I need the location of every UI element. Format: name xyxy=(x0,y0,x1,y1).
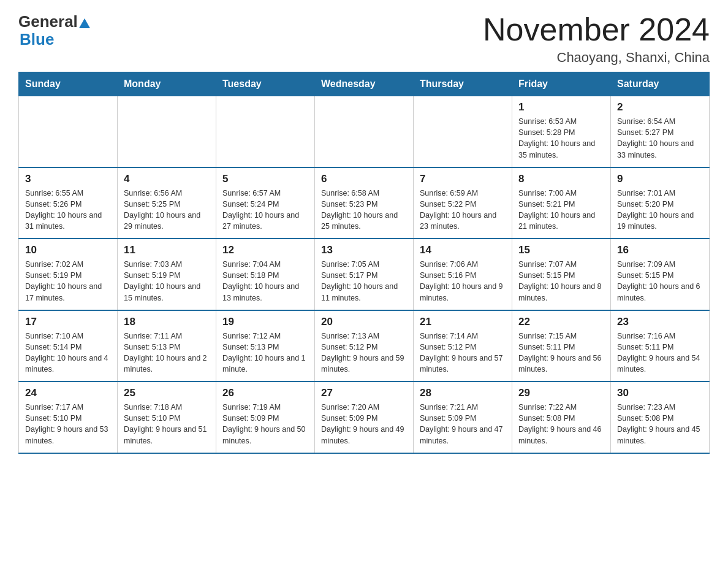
calendar-cell: 9Sunrise: 7:01 AM Sunset: 5:20 PM Daylig… xyxy=(611,167,710,239)
day-info: Sunrise: 7:06 AM Sunset: 5:16 PM Dayligh… xyxy=(420,259,506,304)
day-number: 17 xyxy=(25,316,111,328)
calendar-body: 1Sunrise: 6:53 AM Sunset: 5:28 PM Daylig… xyxy=(19,96,710,453)
day-number: 13 xyxy=(321,244,407,256)
calendar-cell: 28Sunrise: 7:21 AM Sunset: 5:09 PM Dayli… xyxy=(414,381,512,453)
calendar-week-1: 1Sunrise: 6:53 AM Sunset: 5:28 PM Daylig… xyxy=(19,96,710,167)
day-info: Sunrise: 6:56 AM Sunset: 5:25 PM Dayligh… xyxy=(124,188,210,232)
day-number: 6 xyxy=(321,173,407,185)
day-number: 2 xyxy=(617,101,703,113)
day-info: Sunrise: 7:16 AM Sunset: 5:11 PM Dayligh… xyxy=(617,331,703,375)
day-number: 11 xyxy=(124,244,210,256)
day-info: Sunrise: 7:10 AM Sunset: 5:14 PM Dayligh… xyxy=(25,331,111,375)
calendar-week-2: 3Sunrise: 6:55 AM Sunset: 5:26 PM Daylig… xyxy=(19,167,710,239)
day-info: Sunrise: 7:04 AM Sunset: 5:18 PM Dayligh… xyxy=(222,259,308,304)
header-day-tuesday: Tuesday xyxy=(216,72,315,96)
calendar-cell: 13Sunrise: 7:05 AM Sunset: 5:17 PM Dayli… xyxy=(315,239,414,310)
calendar-cell: 24Sunrise: 7:17 AM Sunset: 5:10 PM Dayli… xyxy=(19,381,118,453)
day-number: 28 xyxy=(420,387,506,399)
calendar-cell: 21Sunrise: 7:14 AM Sunset: 5:12 PM Dayli… xyxy=(414,310,512,382)
day-info: Sunrise: 7:02 AM Sunset: 5:19 PM Dayligh… xyxy=(25,259,111,304)
day-number: 14 xyxy=(420,244,506,256)
calendar-week-5: 24Sunrise: 7:17 AM Sunset: 5:10 PM Dayli… xyxy=(19,381,710,453)
day-number: 15 xyxy=(518,244,604,256)
day-number: 29 xyxy=(518,387,604,399)
calendar-cell: 1Sunrise: 6:53 AM Sunset: 5:28 PM Daylig… xyxy=(512,96,611,167)
day-info: Sunrise: 7:17 AM Sunset: 5:10 PM Dayligh… xyxy=(25,402,111,446)
day-info: Sunrise: 7:20 AM Sunset: 5:09 PM Dayligh… xyxy=(321,402,407,446)
day-number: 21 xyxy=(420,316,506,328)
day-number: 4 xyxy=(124,173,210,185)
calendar-cell: 6Sunrise: 6:58 AM Sunset: 5:23 PM Daylig… xyxy=(315,167,414,239)
day-info: Sunrise: 7:19 AM Sunset: 5:09 PM Dayligh… xyxy=(222,402,308,446)
calendar-cell: 12Sunrise: 7:04 AM Sunset: 5:18 PM Dayli… xyxy=(216,239,315,310)
day-info: Sunrise: 7:13 AM Sunset: 5:12 PM Dayligh… xyxy=(321,331,407,375)
day-number: 19 xyxy=(222,316,308,328)
day-number: 22 xyxy=(518,316,604,328)
day-info: Sunrise: 7:07 AM Sunset: 5:15 PM Dayligh… xyxy=(518,259,604,304)
title-section: November 2024 Chaoyang, Shanxi, China xyxy=(483,12,710,66)
day-number: 5 xyxy=(222,173,308,185)
calendar-cell: 25Sunrise: 7:18 AM Sunset: 5:10 PM Dayli… xyxy=(118,381,216,453)
day-number: 1 xyxy=(518,101,604,113)
day-info: Sunrise: 6:57 AM Sunset: 5:24 PM Dayligh… xyxy=(222,188,308,232)
header-day-friday: Friday xyxy=(512,72,611,96)
calendar-cell: 26Sunrise: 7:19 AM Sunset: 5:09 PM Dayli… xyxy=(216,381,315,453)
calendar-cell: 22Sunrise: 7:15 AM Sunset: 5:11 PM Dayli… xyxy=(512,310,611,382)
day-info: Sunrise: 6:59 AM Sunset: 5:22 PM Dayligh… xyxy=(420,188,506,232)
calendar-week-3: 10Sunrise: 7:02 AM Sunset: 5:19 PM Dayli… xyxy=(19,239,710,310)
logo: General Blue xyxy=(18,12,90,49)
calendar-cell: 4Sunrise: 6:56 AM Sunset: 5:25 PM Daylig… xyxy=(118,167,216,239)
calendar-cell: 19Sunrise: 7:12 AM Sunset: 5:13 PM Dayli… xyxy=(216,310,315,382)
day-info: Sunrise: 7:11 AM Sunset: 5:13 PM Dayligh… xyxy=(124,331,210,375)
calendar-cell: 5Sunrise: 6:57 AM Sunset: 5:24 PM Daylig… xyxy=(216,167,315,239)
month-title: November 2024 xyxy=(483,12,710,47)
day-info: Sunrise: 6:54 AM Sunset: 5:27 PM Dayligh… xyxy=(617,116,703,161)
calendar-cell xyxy=(118,96,216,167)
calendar-cell: 17Sunrise: 7:10 AM Sunset: 5:14 PM Dayli… xyxy=(19,310,118,382)
day-info: Sunrise: 7:15 AM Sunset: 5:11 PM Dayligh… xyxy=(518,331,604,375)
day-number: 25 xyxy=(124,387,210,399)
header-day-monday: Monday xyxy=(118,72,216,96)
calendar-cell: 11Sunrise: 7:03 AM Sunset: 5:19 PM Dayli… xyxy=(118,239,216,310)
day-info: Sunrise: 7:01 AM Sunset: 5:20 PM Dayligh… xyxy=(617,188,703,232)
header-row: SundayMondayTuesdayWednesdayThursdayFrid… xyxy=(19,72,710,96)
calendar-cell xyxy=(19,96,118,167)
day-number: 18 xyxy=(124,316,210,328)
day-number: 10 xyxy=(25,244,111,256)
calendar-cell: 3Sunrise: 6:55 AM Sunset: 5:26 PM Daylig… xyxy=(19,167,118,239)
header-day-thursday: Thursday xyxy=(414,72,512,96)
header-day-wednesday: Wednesday xyxy=(315,72,414,96)
calendar-header: SundayMondayTuesdayWednesdayThursdayFrid… xyxy=(19,72,710,96)
day-info: Sunrise: 7:21 AM Sunset: 5:09 PM Dayligh… xyxy=(420,402,506,446)
calendar-cell: 10Sunrise: 7:02 AM Sunset: 5:19 PM Dayli… xyxy=(19,239,118,310)
day-info: Sunrise: 7:12 AM Sunset: 5:13 PM Dayligh… xyxy=(222,331,308,375)
day-number: 26 xyxy=(222,387,308,399)
calendar-week-4: 17Sunrise: 7:10 AM Sunset: 5:14 PM Dayli… xyxy=(19,310,710,382)
calendar-cell: 2Sunrise: 6:54 AM Sunset: 5:27 PM Daylig… xyxy=(611,96,710,167)
calendar-cell: 30Sunrise: 7:23 AM Sunset: 5:08 PM Dayli… xyxy=(611,381,710,453)
day-number: 3 xyxy=(25,173,111,185)
day-info: Sunrise: 7:23 AM Sunset: 5:08 PM Dayligh… xyxy=(617,402,703,446)
calendar-cell: 29Sunrise: 7:22 AM Sunset: 5:08 PM Dayli… xyxy=(512,381,611,453)
day-info: Sunrise: 6:58 AM Sunset: 5:23 PM Dayligh… xyxy=(321,188,407,232)
day-number: 9 xyxy=(617,173,703,185)
day-number: 27 xyxy=(321,387,407,399)
day-number: 12 xyxy=(222,244,308,256)
day-number: 16 xyxy=(617,244,703,256)
calendar-cell: 8Sunrise: 7:00 AM Sunset: 5:21 PM Daylig… xyxy=(512,167,611,239)
day-info: Sunrise: 6:55 AM Sunset: 5:26 PM Dayligh… xyxy=(25,188,111,232)
calendar-cell: 27Sunrise: 7:20 AM Sunset: 5:09 PM Dayli… xyxy=(315,381,414,453)
location-subtitle: Chaoyang, Shanxi, China xyxy=(483,50,710,66)
header-day-sunday: Sunday xyxy=(19,72,118,96)
calendar-cell: 15Sunrise: 7:07 AM Sunset: 5:15 PM Dayli… xyxy=(512,239,611,310)
logo-general-text: General xyxy=(18,12,78,31)
day-info: Sunrise: 7:22 AM Sunset: 5:08 PM Dayligh… xyxy=(518,402,604,446)
logo-blue-text: Blue xyxy=(18,30,54,49)
day-info: Sunrise: 7:05 AM Sunset: 5:17 PM Dayligh… xyxy=(321,259,407,304)
day-number: 23 xyxy=(617,316,703,328)
day-number: 24 xyxy=(25,387,111,399)
day-number: 8 xyxy=(518,173,604,185)
calendar-cell xyxy=(216,96,315,167)
day-info: Sunrise: 6:53 AM Sunset: 5:28 PM Dayligh… xyxy=(518,116,604,161)
page-header: General Blue November 2024 Chaoyang, Sha… xyxy=(18,12,710,66)
